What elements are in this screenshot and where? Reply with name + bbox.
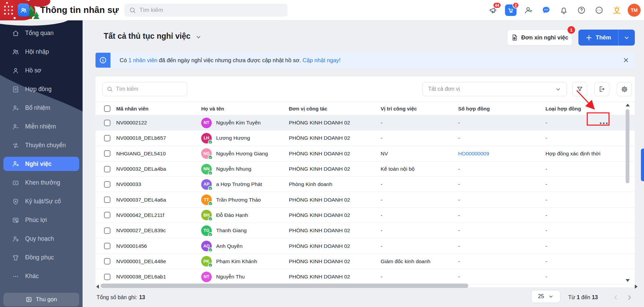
table-row[interactable]: NV000033APa Hợp Trường PhátPhòng Kinh do… <box>95 177 635 192</box>
row-checkbox[interactable] <box>104 197 110 203</box>
sidebar-item-dong-phuc[interactable]: Đồng phục <box>0 248 83 267</box>
sidebar-item-hoi-nhap[interactable]: Hội nhập <box>0 42 83 61</box>
add-button-main[interactable]: Thêm <box>578 30 619 46</box>
floating-blue-panel-edge[interactable] <box>641 149 644 181</box>
sidebar-item-khac[interactable]: Khác <box>0 267 83 286</box>
horizontal-scrollbar[interactable] <box>95 283 635 289</box>
table-row[interactable]: NV000042_DEL211fĐHĐỗ Đào HạnhPHÒNG KINH … <box>95 208 635 223</box>
app-logo-icon[interactable] <box>18 3 29 17</box>
employee-name: Thanh Giang <box>216 227 247 234</box>
marketplace-cart-icon[interactable]: 2 <box>504 3 518 17</box>
page-size-select[interactable]: 25 <box>531 290 560 303</box>
employee-name: Nguyễn Thu <box>216 274 245 280</box>
employee-code-cell: NV000042_DEL211f <box>115 212 199 218</box>
contract-type-cell: - <box>544 274 625 280</box>
chat-icon[interactable] <box>539 3 553 17</box>
sidebar-item-tong-quan[interactable]: Tổng quan <box>0 24 83 42</box>
scroll-right-arrow[interactable] <box>635 285 638 289</box>
table-row[interactable]: NV000032_DELa4baNNNguyễn NhungPHÒNG KINH… <box>95 161 635 177</box>
global-search-input[interactable]: Tìm kiếm <box>124 4 288 17</box>
sidebar-item-phuc-loi[interactable]: Phúc lợi <box>0 211 83 229</box>
table-row[interactable]: NV00001456AQAnh QuyềnPHÒNG KINH DOANH 02… <box>95 238 635 254</box>
row-checkbox[interactable] <box>104 150 110 157</box>
pagination-prev-button[interactable] <box>611 292 621 303</box>
filter-row: Tìm kiếm Tất cả đơn vị <box>95 76 635 102</box>
export-button[interactable] <box>594 82 609 96</box>
settings-gear-button[interactable] <box>617 82 632 96</box>
contract-no-cell: - <box>456 243 544 249</box>
employee-code-cell: NV00002122 <box>115 120 199 126</box>
row-checkbox[interactable] <box>104 274 110 280</box>
table-row[interactable]: NV000037_DEL4a6aTTTrần Phương ThảoPHÒNG … <box>95 192 635 207</box>
row-checkbox[interactable] <box>104 212 110 218</box>
employee-name: Lương Hương <box>216 135 250 141</box>
column-header-unit: Đơn vị công tác <box>287 106 379 112</box>
row-checkbox[interactable] <box>104 258 110 265</box>
row-checkbox[interactable] <box>104 166 110 172</box>
sidebar-item-label: Phúc lợi <box>25 217 47 224</box>
table-row[interactable]: NHGIANG_DEL5410NGNguyễn Hương GiangPHÒNG… <box>95 146 635 161</box>
select-all-checkbox[interactable] <box>104 105 110 112</box>
leave-request-button[interactable]: Đơn xin nghỉ việc 1 <box>507 30 572 46</box>
sidebar-item-ky-luat-su-co[interactable]: Kỷ luật/Sự cố <box>0 192 83 211</box>
add-user-icon[interactable] <box>522 3 535 17</box>
pagination-next-button[interactable] <box>624 292 634 303</box>
employee-name: a Hợp Trường Phát <box>216 181 262 187</box>
verified-check-icon <box>208 155 213 159</box>
sidebar-item-thuyen-chuyen[interactable]: Thuyên chuyển <box>0 136 83 155</box>
sidebar-item-label: Khác <box>25 273 39 280</box>
more-options-icon[interactable] <box>592 3 606 17</box>
sidebar-item-mien-nhiem[interactable]: Miễn nhiệm <box>0 117 83 136</box>
filter-funnel-button[interactable] <box>572 82 587 96</box>
employee-name: Nguyễn Kim Tuyên <box>216 120 261 126</box>
vertical-scrollbar[interactable] <box>625 102 630 283</box>
sidebar: Tổng quanHội nhậpHồ sơHợp đồngBổ nhiệmMi… <box>0 20 83 307</box>
sidebar-item-nghi-viec[interactable]: Nghỉ việc <box>3 157 79 171</box>
sidebar-item-bo-nhiem[interactable]: Bổ nhiệm <box>0 99 83 117</box>
row-checkbox[interactable] <box>104 135 110 141</box>
add-button-dropdown[interactable] <box>619 30 635 46</box>
table-row[interactable]: NV000018_DELb657LHLương HươngPHÒNG KINH … <box>95 131 635 146</box>
whats-new-lamp-icon[interactable] <box>610 3 624 17</box>
sidebar-item-ho-so[interactable]: Hồ sơ <box>0 61 83 80</box>
employee-name-cell: LHLương Hương <box>199 133 287 143</box>
row-checkbox[interactable] <box>104 243 110 249</box>
banner-update-now-link[interactable]: Cập nhật ngay! <box>302 57 341 63</box>
table-row[interactable]: NV000038_DEL6ab1NTNguyễn ThuPHÒNG KINH D… <box>95 269 635 285</box>
table-row[interactable]: NV00002122NTNguyễn Kim TuyênPHÒNG KINH D… <box>95 115 635 131</box>
unit-cell: Phòng Kinh doanh <box>287 181 379 187</box>
user-icon <box>12 67 20 75</box>
announcements-megaphone-icon[interactable]: 44 <box>486 3 500 17</box>
horizontal-scroll-thumb[interactable] <box>101 284 468 288</box>
notifications-bell-icon[interactable] <box>557 3 571 17</box>
help-icon[interactable] <box>575 3 588 17</box>
row-checkbox[interactable] <box>104 227 110 234</box>
user-avatar[interactable]: TM <box>628 4 641 17</box>
unit-filter-select[interactable]: Tất cả đơn vị <box>422 82 567 96</box>
scroll-down-arrow[interactable] <box>626 279 630 282</box>
sidebar-item-khen-thuong[interactable]: Khen thưởng <box>0 173 83 192</box>
vertical-scroll-thumb[interactable] <box>626 109 629 183</box>
table-row[interactable]: NV000001_DEL448ePKPhạm Kim KhánhPHÒNG KI… <box>95 254 635 269</box>
app-launcher-icon[interactable] <box>4 6 14 15</box>
page-title-caret-icon[interactable] <box>195 34 202 40</box>
table-search-input[interactable]: Tìm kiếm <box>102 82 187 96</box>
employee-avatar: PK <box>201 256 212 267</box>
table-row[interactable]: NV000027_DEL839cTGThanh GiangPHÒNG KINH … <box>95 223 635 238</box>
contract-type-cell: - <box>544 258 625 265</box>
sidebar-item-hop-dong[interactable]: Hợp đồng <box>0 80 83 99</box>
sidebar-item-quy-hoach[interactable]: Quy hoạch <box>0 229 83 248</box>
row-checkbox[interactable] <box>104 120 110 126</box>
search-icon <box>129 7 136 14</box>
position-cell: NV <box>379 151 456 157</box>
scroll-left-arrow[interactable] <box>96 285 99 289</box>
contract-no-cell[interactable]: HD00000009 <box>456 151 544 157</box>
banner-close-icon[interactable] <box>623 57 629 64</box>
row-checkbox[interactable] <box>104 181 110 188</box>
cart-badge: 2 <box>512 2 519 8</box>
banner-employee-link[interactable]: 1 nhân viên <box>128 57 157 63</box>
row-actions-button[interactable] <box>596 119 611 127</box>
scroll-up-arrow[interactable] <box>626 104 630 106</box>
collapse-sidebar-button[interactable]: Thu gọn <box>3 293 79 306</box>
page-title[interactable]: Tất cả thủ tục nghỉ việc <box>104 32 202 41</box>
